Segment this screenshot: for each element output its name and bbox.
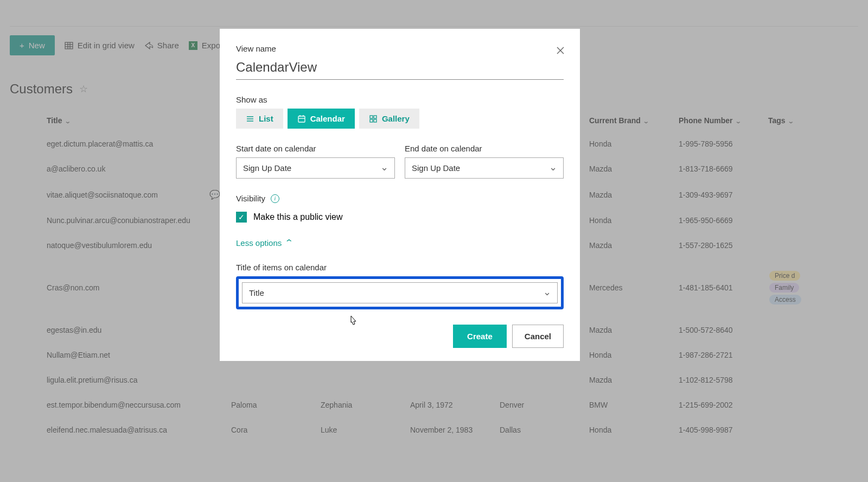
gallery-icon — [369, 115, 378, 123]
svg-rect-17 — [374, 119, 376, 122]
show-as-label: Show as — [236, 95, 564, 104]
less-options-toggle[interactable]: Less options ⌃ — [236, 238, 564, 248]
end-date-label: End date on calendar — [405, 144, 564, 153]
svg-rect-16 — [370, 119, 373, 122]
public-view-checkbox[interactable]: ✓ — [236, 212, 247, 223]
show-as-group: List Calendar Gallery — [236, 109, 564, 129]
public-view-label: Make this a public view — [253, 212, 343, 222]
view-name-label: View name — [236, 44, 564, 53]
less-options-label: Less options — [236, 238, 282, 248]
view-name-input[interactable] — [236, 58, 564, 80]
cancel-button[interactable]: Cancel — [512, 325, 564, 348]
chevron-up-icon: ⌃ — [285, 238, 295, 248]
gallery-btn-label: Gallery — [382, 114, 410, 123]
title-items-dropdown[interactable] — [242, 282, 558, 303]
calendar-btn-label: Calendar — [310, 114, 345, 123]
info-icon[interactable]: i — [271, 194, 279, 203]
svg-rect-14 — [370, 116, 373, 118]
show-as-list-button[interactable]: List — [236, 109, 283, 129]
start-date-label: Start date on calendar — [236, 144, 395, 153]
list-btn-label: List — [259, 114, 273, 123]
svg-rect-15 — [374, 116, 376, 118]
close-button[interactable] — [554, 44, 567, 57]
calendar-icon — [297, 115, 306, 123]
title-items-label: Title of items on calendar — [236, 263, 564, 272]
visibility-label: Visibility — [236, 194, 265, 203]
list-icon — [246, 115, 254, 123]
close-icon — [556, 46, 565, 55]
create-button[interactable]: Create — [453, 325, 507, 348]
start-date-dropdown[interactable] — [236, 157, 395, 179]
end-date-dropdown[interactable] — [405, 157, 564, 179]
show-as-calendar-button[interactable]: Calendar — [288, 109, 355, 129]
title-dropdown-highlight — [236, 276, 564, 309]
svg-rect-10 — [298, 116, 305, 122]
show-as-gallery-button[interactable]: Gallery — [359, 109, 419, 129]
create-view-modal: View name Show as List Calendar Gallery … — [220, 29, 580, 361]
